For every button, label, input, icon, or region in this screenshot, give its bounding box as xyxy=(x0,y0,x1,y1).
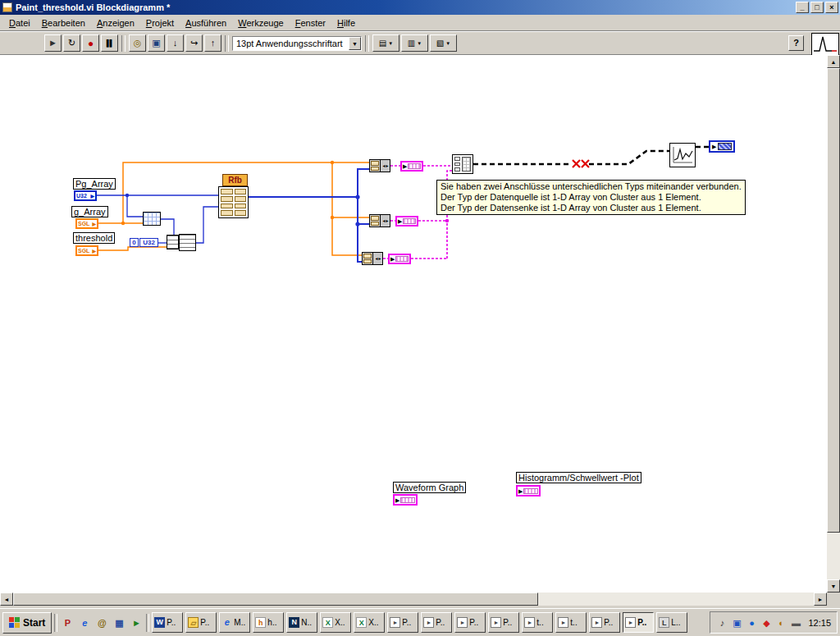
waveform-chart-node[interactable] xyxy=(669,143,696,167)
menu-werkzeuge[interactable]: Werkzeuge xyxy=(232,16,289,30)
vertical-scroll-thumb[interactable] xyxy=(827,68,840,533)
titlebar[interactable]: Paint_threshold.vi Blockdiagramm * _ □ × xyxy=(0,0,840,15)
menu-projekt[interactable]: Projekt xyxy=(140,16,180,30)
free-label-waveform-graph[interactable]: Waveform Graph xyxy=(393,482,466,493)
updates-icon[interactable]: ◐ xyxy=(775,617,787,629)
taskbar-window-button[interactable]: hh.. xyxy=(253,612,284,633)
cluster-array-node-2[interactable]: ▶ xyxy=(395,216,418,226)
taskbar-window-button[interactable]: XX.. xyxy=(354,612,385,633)
cluster-cell xyxy=(221,196,233,202)
scroll-right-button[interactable]: ► xyxy=(814,593,827,606)
highlight-execution-button[interactable]: ◎ xyxy=(129,34,146,52)
start-label: Start xyxy=(23,617,45,629)
menu-bearbeiten[interactable]: Bearbeiten xyxy=(36,16,91,30)
vertical-scrollbar[interactable]: ▲ ▼ xyxy=(827,55,840,593)
scroll-down-button[interactable]: ▼ xyxy=(827,579,840,593)
abort-button[interactable]: ● xyxy=(82,34,99,52)
numeric-constant-0[interactable]: 0 xyxy=(130,238,139,247)
free-label-threshold[interactable]: threshold xyxy=(73,232,115,244)
histogram-terminal[interactable]: ▶ xyxy=(516,485,541,496)
font-selector[interactable]: 13pt Anwendungsschriftart ▼ xyxy=(232,36,362,51)
cluster-array-node-3[interactable]: ▶ xyxy=(388,254,411,264)
distribute-objects-dropdown[interactable]: ▥ ▼ xyxy=(401,34,428,52)
step-over-button[interactable]: ↪ xyxy=(185,34,203,52)
terminal-threshold[interactable]: SGL ▶ xyxy=(75,245,98,256)
quicklaunch-paint-icon[interactable]: P xyxy=(60,615,75,630)
run-button[interactable]: ► xyxy=(44,34,62,52)
task-label: t.. xyxy=(570,618,577,627)
align-objects-dropdown[interactable]: ▤ ▼ xyxy=(372,34,399,52)
cluster-array-node-1[interactable]: ▶ xyxy=(400,161,423,172)
free-label-pg-array[interactable]: Pg_Array xyxy=(73,178,116,190)
quicklaunch-media-icon[interactable]: ► xyxy=(129,615,144,630)
labview-logo xyxy=(811,33,839,56)
taskbar-window-button[interactable]: LL.. xyxy=(656,612,687,633)
help-button[interactable]: ? xyxy=(788,35,804,51)
free-label-histogram[interactable]: Histogramm/Schwellwert -Plot xyxy=(516,472,641,483)
index-array-node[interactable] xyxy=(143,212,161,226)
start-button[interactable]: Start xyxy=(2,612,52,634)
bundle-node-2[interactable]: ◄► xyxy=(369,214,390,227)
maximize-button[interactable]: □ xyxy=(810,2,824,13)
taskbar-window-button[interactable]: ►t.. xyxy=(522,612,553,633)
scale-node[interactable] xyxy=(167,235,179,249)
free-label-g-array[interactable]: g_Array xyxy=(71,206,108,217)
input-language-icon[interactable]: ▬ xyxy=(790,617,801,629)
menu-ausfuehren[interactable]: Ausführen xyxy=(180,16,232,30)
taskbar-window-button[interactable]: ▱P.. xyxy=(185,612,217,633)
build-array-small-node[interactable] xyxy=(179,234,196,251)
u32-conversion-node[interactable]: U32 xyxy=(139,238,158,247)
block-diagram-canvas[interactable] xyxy=(0,55,827,593)
build-array-node[interactable] xyxy=(452,154,473,174)
taskbar-window-button[interactable]: ►P.. xyxy=(488,612,519,633)
task-label: P.. xyxy=(200,618,209,627)
quicklaunch-show-desktop-icon[interactable]: ▦ xyxy=(112,615,126,630)
taskbar-window-button[interactable]: WP.. xyxy=(152,612,183,633)
taskbar-window-button[interactable]: ►P.. xyxy=(421,612,452,633)
taskbar-clock[interactable]: 12:15 xyxy=(808,618,831,628)
cluster-array-build-node[interactable] xyxy=(218,186,249,218)
taskbar-window-button-active[interactable]: ►P.. xyxy=(623,612,654,633)
menu-datei[interactable]: Datei xyxy=(3,16,36,30)
taskbar-window-button[interactable]: NN.. xyxy=(286,612,317,633)
step-into-button[interactable]: ↓ xyxy=(167,34,184,52)
terminal-g-array[interactable]: SGL ▶ xyxy=(75,218,98,229)
labview-vi-icon: ► xyxy=(491,617,501,628)
network-icon[interactable]: ● xyxy=(746,617,757,629)
scroll-left-button[interactable]: ◄ xyxy=(0,593,13,606)
retain-wire-values-button[interactable]: ▣ xyxy=(148,34,165,52)
reorder-dropdown[interactable]: ▧ ▼ xyxy=(430,34,457,52)
menu-hilfe[interactable]: Hilfe xyxy=(331,16,361,30)
font-selector-value: 13pt Anwendungsschriftart xyxy=(236,39,343,48)
taskbar-window-button[interactable]: ►P.. xyxy=(387,612,418,633)
quicklaunch-mail-icon[interactable]: @ xyxy=(94,615,109,630)
taskbar-window-button[interactable]: XX.. xyxy=(320,612,351,633)
taskbar-window-button[interactable]: ►t.. xyxy=(555,612,587,633)
minimize-button[interactable]: _ xyxy=(796,2,809,13)
scroll-up-button[interactable]: ▲ xyxy=(827,55,840,68)
horizontal-scroll-thumb[interactable] xyxy=(13,593,538,606)
taskbar-window-button[interactable]: ►P.. xyxy=(589,612,620,633)
menu-fenster[interactable]: Fenster xyxy=(290,16,331,30)
quicklaunch-internet-explorer-icon[interactable]: e xyxy=(77,615,92,630)
font-dropdown-arrow[interactable]: ▼ xyxy=(349,37,361,50)
horizontal-scrollbar[interactable]: ◄ ► xyxy=(0,593,827,606)
bundle-node-1[interactable]: ◄► xyxy=(369,159,390,172)
taskbar-window-button[interactable]: eM.. xyxy=(219,612,250,633)
waveform-graph-terminal[interactable]: ▶ xyxy=(393,494,418,506)
system-tray: ♪ ▣ ● ◆ ◐ ▬ 12:15 xyxy=(710,611,838,634)
antivirus-icon[interactable]: ◆ xyxy=(760,617,772,629)
terminal-pg-array[interactable]: U32 ▶ xyxy=(74,190,97,201)
rfb-icon-node[interactable]: Rfb xyxy=(222,174,248,186)
volume-icon[interactable]: ♪ xyxy=(716,617,728,629)
netscape-icon: N xyxy=(289,617,299,628)
bundle-node-3[interactable]: ◄► xyxy=(362,252,383,265)
pause-button[interactable]: ▌▌ xyxy=(101,34,118,52)
display-icon[interactable]: ▣ xyxy=(731,617,742,629)
dynamic-data-terminal[interactable]: ▶ xyxy=(709,140,735,153)
taskbar-window-button[interactable]: ►P.. xyxy=(454,612,486,633)
step-out-button[interactable]: ↑ xyxy=(204,34,221,52)
close-button[interactable]: × xyxy=(825,2,838,13)
menu-anzeigen[interactable]: Anzeigen xyxy=(91,16,140,30)
run-continuous-button[interactable]: ↻ xyxy=(63,34,80,52)
